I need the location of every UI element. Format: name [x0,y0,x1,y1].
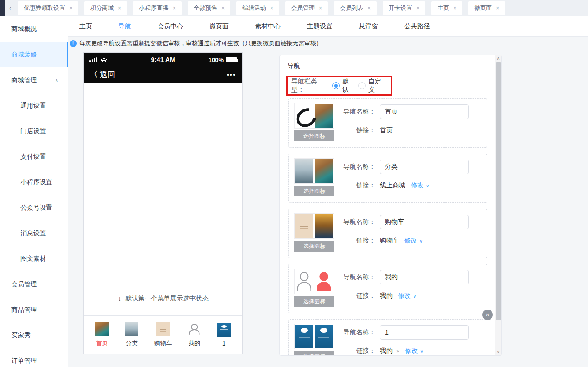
close-icon[interactable]: × [118,5,121,11]
phone-preview: 9:41 AM 100% 〈 返回 ••• ↓ 默认第一个菜单展示选中状态 首页… [83,52,243,354]
radio-custom[interactable] [358,82,366,89]
sidebar-item-general-settings[interactable]: 通用设置 [0,93,68,119]
nav-name-input[interactable] [380,270,469,284]
radio-default-label[interactable]: 默认 [343,78,355,94]
sidebar-item-official-account-settings[interactable]: 公众号设置 [0,195,68,221]
modify-link[interactable]: 修改 [405,347,418,355]
phone-tab-label: 我的 [189,339,200,347]
chevron-down-icon[interactable]: ∨ [419,238,423,243]
close-icon[interactable]: × [270,5,273,11]
browser-tab-micropage[interactable]: 微页面× [468,1,505,15]
fields: 导航名称： 链接： 购物车 修改 ∨ [341,213,481,253]
phone-tab-cart[interactable]: 购物车 [154,322,172,347]
sidebar-item-payment-settings[interactable]: 支付设置 [0,144,68,170]
phone-tab-home[interactable]: 首页 [95,322,109,347]
browser-tab-miniprogram-live[interactable]: 小程序直播× [133,1,182,15]
sidebar-item-message-settings[interactable]: 消息设置 [0,221,68,246]
more-dots-icon[interactable]: ••• [227,71,236,78]
nav-item-card-category: 选择图标 导航名称： 链接： 线上商城 修改 ∨ [288,154,487,203]
wechat-review-notice: ! 每次更改导航设置需重新提交微信审核，审核通过后才可生效（只更换微页面链接无需… [70,39,322,47]
choose-icon-button[interactable]: 选择图标 [294,351,334,356]
close-icon[interactable]: × [368,5,371,11]
radio-custom-label[interactable]: 自定义 [368,78,387,94]
divider [287,74,489,74]
enso-ink-circle-image [295,104,313,128]
browser-tab-edit-activity[interactable]: 编辑活动× [236,1,279,15]
sidebar-item-product-management[interactable]: 商品管理 [0,297,68,323]
scrollbar-thumb[interactable] [496,62,501,320]
fields: 导航名称： 链接： 线上商城 修改 ∨ [341,158,481,198]
sidebar-item-miniprogram-settings[interactable]: 小程序设置 [0,170,68,195]
tab-member-center[interactable]: 会员中心 [157,16,184,36]
sidebar-item-store-settings[interactable]: 门店设置 [0,119,68,144]
radio-default[interactable] [332,82,340,89]
sidebar: 商城概况 商城装修 商城管理∧ 通用设置 门店设置 支付设置 小程序设置 公众号… [0,16,68,367]
nav-name-input[interactable] [380,325,469,340]
content-tabs-bar: 主页 导航 会员中心 微页面 素材中心 主题设置 悬浮窗 公共路径 [68,16,588,37]
back-chevron-icon: 〈 [90,70,97,79]
browser-tab-member-management[interactable]: 会员管理× [285,1,328,15]
tab-theme-settings[interactable]: 主题设置 [306,16,333,36]
browser-tab-points-mall[interactable]: 积分商城× [84,1,127,15]
browser-tab-full-presale[interactable]: 全款预售× [188,1,230,15]
back-button[interactable]: 〈 返回 [90,69,115,80]
nav-name-label: 导航名称： [341,218,375,226]
tab-micropage[interactable]: 微页面 [209,16,230,36]
sidebar-item-mall-management[interactable]: 商城管理∧ [0,67,68,93]
phone-tab-category[interactable]: 分类 [125,322,138,347]
close-icon[interactable]: × [221,5,225,11]
remove-link-icon[interactable]: × [396,348,400,355]
link-value: 首页 [380,126,393,134]
close-icon[interactable]: × [69,5,72,11]
close-icon[interactable]: × [319,5,322,11]
chevron-down-icon[interactable]: ∨ [426,183,429,188]
tab-public-path[interactable]: 公共路径 [404,16,431,36]
modify-link[interactable]: 修改 [404,237,417,245]
browser-tab-card-settings[interactable]: 开卡设置× [383,1,425,15]
nav-item-card-one: 选择图标 导航名称： 链接： 我的 × 修改 ∨ [288,319,487,356]
browser-tab-member-list[interactable]: 会员列表× [334,1,377,15]
modify-link[interactable]: 修改 [411,181,424,190]
phone-tab-label: 分类 [126,339,138,347]
close-icon[interactable]: × [453,5,456,11]
chevron-down-icon[interactable]: ∨ [413,294,416,299]
chevron-down-icon[interactable]: ∨ [420,349,424,354]
nav-item-card-home: 选择图标 导航名称： 链接： 首页 [288,98,487,148]
nav-name-input[interactable] [380,104,469,119]
browser-tab-home[interactable]: 主页× [431,1,462,15]
back-label: 返回 [100,69,115,80]
delete-nav-item-button[interactable]: × [482,310,493,320]
browser-tab-coupon-settings[interactable]: 优惠券领取设置× [18,1,78,15]
sidebar-item-buyer-show[interactable]: 买家秀 [0,323,68,348]
fields: 导航名称： 链接： 首页 [341,103,481,143]
tab-home[interactable]: 主页 [78,16,93,36]
choose-icon-button[interactable]: 选择图标 [294,130,334,141]
phone-tab-one[interactable]: 1 [217,323,231,347]
close-icon[interactable]: × [496,5,499,11]
scroll-up-icon[interactable]: ∧ [495,56,501,61]
tab-floating-window[interactable]: 悬浮窗 [358,16,379,36]
panel-scrollbar[interactable]: ∧ ∨ [495,55,501,355]
choose-icon-button[interactable]: 选择图标 [294,186,334,196]
choose-icon-button[interactable]: 选择图标 [294,241,334,252]
nav-name-input[interactable] [380,215,469,229]
sidebar-item-mall-overview[interactable]: 商城概况 [0,16,68,42]
tab-material-center[interactable]: 素材中心 [254,16,281,36]
phone-tab-label: 1 [222,340,225,347]
scroll-down-icon[interactable]: ∨ [495,350,501,354]
nav-name-input[interactable] [380,160,469,174]
phone-tab-mine[interactable]: 我的 [188,322,201,347]
person-outline-icon [188,322,201,336]
sidebar-item-mall-decoration[interactable]: 商城装修 [0,42,68,67]
close-icon[interactable]: × [416,5,419,11]
sidebar-item-member-management[interactable]: 会员管理 [0,272,68,297]
tab-navigation[interactable]: 导航 [118,16,132,36]
tab-label: 微页面 [474,4,492,12]
tab-label: 全款预售 [194,4,217,12]
modify-link[interactable]: 修改 [398,292,411,300]
sidebar-item-order-management[interactable]: 订单管理 [0,348,68,367]
sidebar-item-media-materials[interactable]: 图文素材 [0,246,68,272]
tabs-back-chevron-icon[interactable]: ‹ [9,4,11,12]
close-icon[interactable]: × [173,5,176,11]
choose-icon-button[interactable]: 选择图标 [294,296,334,307]
